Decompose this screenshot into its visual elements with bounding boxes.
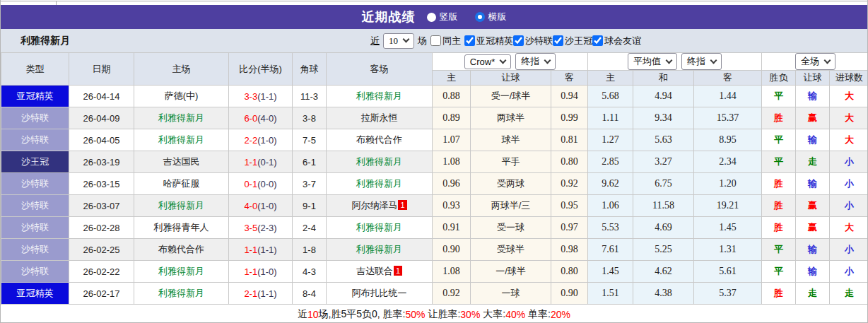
match-count-select[interactable]: 10 [383,33,414,49]
match-row: 沙特联26-04-09利雅得新月6-0(4-0)3-8拉斯永恒0.89两球半0.… [1,107,868,129]
match-date: 26-02-25 [69,239,134,261]
europe-stage-select[interactable]: 终指 [681,53,722,70]
red-card-badge: 1 [398,200,406,210]
matches-label: 场 [418,35,427,47]
league-type-cell: 沙王冠 [1,151,69,173]
chevron-down-icon [710,57,717,64]
europe-away-odds: 1.44 [694,86,762,107]
league-filter-3[interactable]: 球会友谊 [592,35,641,47]
results-tbody: 亚冠精英26-04-14萨德(中)3-3(1-1)11-3利雅得新月0.88受一… [1,86,868,305]
asia-bookmaker-select[interactable]: Crow* [464,54,511,69]
corners-cell: 11-3 [293,86,327,107]
europe-bookmaker-select[interactable]: 平均值 [628,53,677,70]
asia-stage-value: 终指 [521,55,539,68]
europe-draw-odds: 4.62 [633,261,694,283]
league-filter-label: 沙王冠 [565,35,592,47]
home-team: 萨德(中) [134,86,229,107]
sub-header-asia-handicap: 让球 [471,71,551,86]
full-time-score: 2-1 [244,288,257,299]
match-date: 26-02-22 [69,261,134,283]
summary-segment: 50% [406,309,426,320]
home-team: 吉达国民 [134,151,229,173]
title-bar: 近期战绩 竖版 横版 [1,5,867,29]
europe-home-odds: 5.53 [588,217,633,239]
away-team: 阿尔纳泽马1 [327,195,433,217]
summary-segment: 10 [307,309,319,320]
match-row: 沙特联26-02-25布赖代合作1-1(1-1)1-8利雅得新月0.90受球半0… [1,239,868,261]
result-cell: 平 [762,151,796,173]
europe-away-odds: 5.61 [694,261,762,283]
half-time-score: (0-0) [257,179,276,189]
full-time-score: 1-1 [244,157,257,168]
europe-away-odds: 19.21 [694,195,762,217]
asia-stage-select[interactable]: 终指 [515,53,556,70]
europe-odds-group-header: 平均值 终指 [588,53,762,71]
full-time-score: 0-1 [244,179,257,189]
home-team: 利雅得新月 [134,261,229,283]
chevron-down-icon [403,36,410,43]
league-type-cell: 沙特联 [1,107,69,129]
asia-home-odds: 0.89 [433,107,471,129]
europe-draw-odds: 11.58 [633,195,694,217]
corners-cell: 9-1 [293,195,327,217]
asia-odds-group-header: Crow* 终指 [433,53,588,71]
red-card-badge: 1 [394,266,402,276]
score-cell: 3-5(2-3) [229,217,293,239]
full-time-score: 2-2 [244,135,257,146]
same-home-checkbox-input[interactable] [430,35,441,46]
filter-controls: 近 10 场 同主 亚冠精英沙特联沙王冠球会友谊 [370,33,641,49]
europe-away-odds: 1.31 [694,239,762,261]
asia-handicap: 受两球 [471,173,551,195]
league-filter-checkbox[interactable] [553,35,563,46]
asia-home-odds: 0.91 [433,217,471,239]
half-time-score: (1-0) [257,266,276,277]
goals-result-cell: 大 [830,129,868,151]
match-date: 26-03-07 [69,195,134,217]
scope-select[interactable]: 全场 [795,53,835,70]
layout-radio-horizontal-label: 横版 [488,11,507,23]
asia-away-odds: 0.80 [551,151,588,173]
league-type-cell: 沙特联 [1,261,69,283]
asia-handicap: 一/球半 [471,261,551,283]
asia-handicap: 受一/球半 [471,86,551,107]
half-time-score: (1-0) [257,135,276,146]
asia-handicap: 受一球 [471,217,551,239]
asia-away-odds: 0.90 [551,283,588,305]
layout-radio-vertical[interactable]: 竖版 [427,11,458,23]
away-team: 利雅得新月 [327,86,433,107]
score-cell: 6-0(4-0) [229,107,293,129]
handicap-result-cell: 赢 [796,195,830,217]
league-type-cell: 亚冠精英 [1,283,69,305]
goals-result-cell: 大 [830,107,868,129]
same-home-checkbox[interactable]: 同主 [430,35,461,47]
league-filter-checkbox[interactable] [513,35,524,46]
layout-radio-horizontal[interactable]: 横版 [475,11,507,23]
goals-result-cell: 小 [830,195,868,217]
goals-result-cell: 大 [830,217,868,239]
asia-home-odds: 0.96 [433,173,471,195]
away-team: 吉达联合1 [327,261,433,283]
corners-cell: 3-8 [293,107,327,129]
col-header-corners: 角球 [293,53,327,86]
handicap-result-cell: 走 [796,283,830,305]
league-filter-1[interactable]: 沙特联 [513,35,553,47]
near-link[interactable]: 近 [370,35,380,47]
handicap-result-cell: 赢 [796,217,830,239]
home-team: 利雅得新月 [134,129,229,151]
league-filter-2[interactable]: 沙王冠 [553,35,592,47]
result-cell: 平 [762,239,796,261]
league-type-cell: 沙特联 [1,239,69,261]
goals-result-cell: 大 [830,86,868,107]
half-time-score: (4-0) [257,113,276,124]
corners-cell: 8-4 [293,283,327,305]
league-filter-0[interactable]: 亚冠精英 [464,35,513,47]
europe-away-odds: 15.37 [694,107,762,129]
match-date: 26-04-14 [69,86,134,107]
league-filter-checkbox[interactable] [592,35,603,46]
col-header-score: 比分(半场) [229,53,293,86]
radio-selected-icon [475,12,485,22]
europe-home-odds: 1.45 [588,261,633,283]
match-date: 26-02-28 [69,217,134,239]
chevron-down-icon [666,57,673,64]
league-filter-checkbox[interactable] [464,35,475,46]
